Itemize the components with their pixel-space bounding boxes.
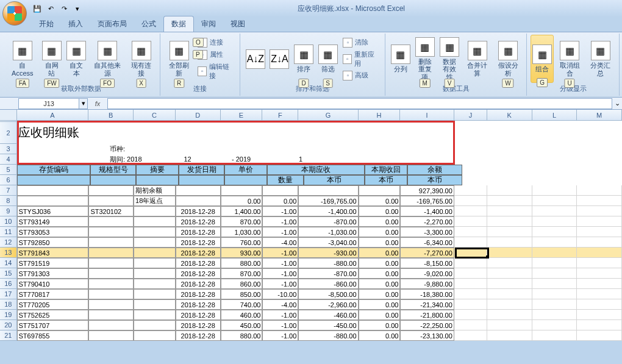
cell[interactable]: 1,030.00	[221, 227, 263, 237]
cell[interactable]	[17, 185, 89, 196]
cell[interactable]: 880.00	[221, 330, 263, 341]
row-header-9[interactable]: 9	[0, 206, 17, 216]
cell[interactable]: 数量	[267, 175, 304, 185]
cell[interactable]	[134, 299, 176, 310]
row-header-18[interactable]: 18	[0, 299, 17, 310]
cell[interactable]	[532, 258, 577, 268]
cell[interactable]	[532, 289, 577, 299]
cell[interactable]: 0.00	[359, 196, 401, 206]
ribbon-button-排序[interactable]: ▦排序D	[292, 35, 315, 83]
cell[interactable]: 规格型号	[90, 165, 136, 175]
column-header-A[interactable]: A	[17, 110, 89, 121]
cell[interactable]: 2018-12-28	[176, 289, 221, 299]
cell[interactable]: 存货编码	[17, 165, 90, 175]
cell[interactable]	[88, 330, 134, 341]
cell[interactable]	[134, 258, 176, 268]
cell[interactable]	[88, 310, 134, 320]
cell[interactable]	[532, 248, 577, 258]
cell[interactable]	[134, 206, 176, 216]
ribbon-button-全部刷新[interactable]: ▦全部刷新R	[164, 35, 194, 83]
cell[interactable]	[577, 248, 622, 258]
cell[interactable]	[577, 227, 622, 237]
cell[interactable]: -1.00	[262, 206, 298, 216]
column-header-C[interactable]: C	[134, 110, 176, 121]
cell[interactable]	[454, 258, 487, 268]
office-button[interactable]	[2, 1, 27, 26]
cell[interactable]: 余额	[407, 165, 462, 175]
cell[interactable]	[577, 330, 622, 341]
formula-bar-expand[interactable]: ⌄	[612, 99, 622, 107]
ribbon-button-A↓Z[interactable]: A↓Z	[244, 35, 267, 83]
cell[interactable]: 2018-12-28	[176, 268, 221, 279]
cell[interactable]	[532, 227, 577, 237]
column-header-E[interactable]: E	[221, 110, 263, 121]
cell[interactable]: ST320102	[88, 206, 134, 216]
cell[interactable]: 0.00	[359, 227, 401, 237]
cell[interactable]	[577, 206, 622, 216]
qat-customize-button[interactable]: ▾	[72, 3, 83, 14]
cell[interactable]	[134, 279, 176, 289]
cell[interactable]: -880.00	[298, 258, 358, 268]
cell[interactable]	[454, 206, 487, 216]
cell[interactable]: ST770817	[17, 289, 89, 299]
cell[interactable]	[134, 237, 176, 248]
cell[interactable]	[134, 216, 176, 227]
cell[interactable]: -1.00	[262, 258, 298, 268]
cell[interactable]: -870.00	[298, 268, 358, 279]
cell[interactable]: 450.00	[221, 320, 263, 330]
cell[interactable]: -1.00	[262, 330, 298, 341]
cell[interactable]: 0.00	[359, 268, 401, 279]
cell[interactable]	[487, 320, 532, 330]
cell[interactable]: 发货日期	[179, 165, 224, 175]
ribbon-tab-公式[interactable]: 公式	[134, 16, 163, 32]
cell[interactable]	[487, 227, 532, 237]
cell[interactable]	[176, 196, 221, 206]
ribbon-button-自其他来源[interactable]: ▦自其他来源FO	[90, 35, 126, 83]
undo-button[interactable]: ↶	[45, 3, 56, 14]
cell[interactable]	[88, 248, 134, 258]
row-header-13[interactable]: 13	[0, 248, 17, 258]
cell[interactable]: - 2019	[231, 154, 298, 165]
cell[interactable]	[134, 310, 176, 320]
cell[interactable]: -2,270.00	[400, 216, 454, 227]
cell[interactable]	[88, 196, 134, 206]
cell[interactable]	[88, 279, 134, 289]
cell[interactable]	[134, 248, 176, 258]
cell[interactable]	[532, 237, 577, 248]
cell[interactable]: ST793053	[17, 227, 89, 237]
cell[interactable]	[577, 268, 622, 279]
cell[interactable]: -7,270.00	[400, 248, 454, 258]
ribbon-button-清除[interactable]: ▫清除	[340, 37, 381, 49]
cell[interactable]	[487, 289, 532, 299]
cell[interactable]: ST793149	[17, 216, 89, 227]
cell[interactable]: -2,960.00	[298, 299, 358, 310]
cell[interactable]	[454, 185, 487, 196]
cell[interactable]	[487, 248, 532, 258]
row-header-21[interactable]: 21	[0, 330, 17, 341]
row-header-17[interactable]: 17	[0, 289, 17, 299]
cell[interactable]	[176, 185, 221, 196]
cell[interactable]	[136, 175, 179, 185]
cell[interactable]	[454, 310, 487, 320]
cell[interactable]: -930.00	[298, 248, 358, 258]
ribbon-tab-审阅[interactable]: 审阅	[194, 16, 223, 32]
cell[interactable]: 1,400.00	[221, 206, 263, 216]
cell[interactable]: -870.00	[298, 216, 358, 227]
ribbon-button-分列[interactable]: ▦分列	[389, 35, 412, 83]
ribbon-button-Z↓A[interactable]: Z↓A	[268, 35, 291, 83]
cell[interactable]	[88, 227, 134, 237]
ribbon-tab-插入[interactable]: 插入	[61, 16, 90, 32]
cell[interactable]: -18,380.00	[400, 289, 454, 299]
cell[interactable]: 0.00	[359, 310, 401, 320]
cell[interactable]: 本币	[407, 175, 462, 185]
cell[interactable]: -10.00	[262, 289, 298, 299]
cell[interactable]: 本币	[304, 175, 365, 185]
cell[interactable]: 2018-12-28	[176, 206, 221, 216]
cell[interactable]	[454, 279, 487, 289]
cell[interactable]	[577, 196, 622, 206]
cell[interactable]: -22,250.00	[400, 320, 454, 330]
cell[interactable]: 0.00	[359, 206, 401, 216]
cell[interactable]	[221, 185, 263, 196]
cell[interactable]: 2018-12-28	[176, 310, 221, 320]
cell[interactable]	[532, 196, 577, 206]
